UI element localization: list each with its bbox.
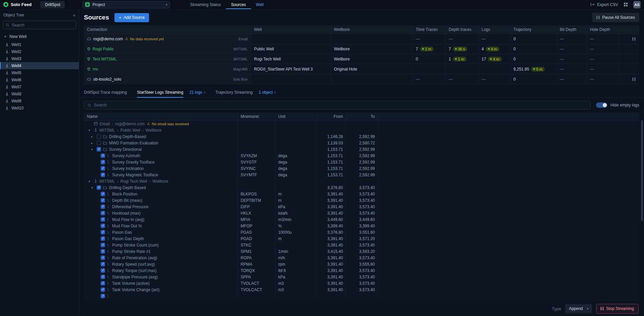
checkbox-checked[interactable] — [101, 217, 105, 222]
nav-sources[interactable]: Sources — [226, 0, 251, 9]
pause-row-icon[interactable] — [633, 37, 635, 41]
pause-all-sources-button[interactable]: Pause All Sources — [592, 13, 639, 22]
checkbox-checked[interactable] — [101, 275, 105, 279]
logs-search[interactable] — [84, 101, 591, 109]
apps-grid-icon[interactable] — [624, 2, 628, 7]
source-row[interactable]: Test WITSMLWITSMLRogi Tech WellWellbore0… — [84, 54, 639, 64]
chevron-right-icon[interactable] — [91, 135, 95, 138]
pause-row-icon[interactable] — [633, 78, 635, 81]
checkbox-unchecked[interactable] — [97, 134, 101, 139]
checkbox-checked[interactable] — [101, 230, 105, 234]
hide-empty-logs-toggle[interactable] — [596, 102, 607, 108]
export-csv-button[interactable]: Export CSV — [590, 2, 618, 7]
checkbox-checked[interactable] — [101, 256, 105, 260]
log-row[interactable]: Rate of Penetration (avg)ROPAm/h3,391.40… — [84, 255, 639, 261]
checkbox-checked[interactable] — [101, 173, 105, 177]
source-row[interactable]: sb-losolo2_soloSolo Box———0—— — [84, 74, 639, 84]
log-row[interactable]: Rotary Torque (surf,max)TORQXlbf.ft3,391… — [84, 267, 639, 274]
chevron-down-icon[interactable] — [91, 186, 95, 189]
logs-scrollbar[interactable] — [641, 120, 643, 221]
log-row[interactable]: Hookload (max)HKLXkdaN3,391.403,573.40 — [84, 210, 639, 216]
checkbox-unchecked[interactable] — [97, 141, 101, 145]
log-row[interactable]: Pason GasPGAS10000u3,376.803,551.60 — [84, 229, 639, 235]
sidebar-item-well9[interactable]: Well9 — [0, 97, 79, 104]
log-row[interactable]: Survey InclinationSVYINCdega1,153.712,59… — [84, 165, 639, 172]
sidebar-item-well10[interactable]: Well10 — [0, 104, 79, 111]
sidebar-item-well3[interactable]: Well3 — [0, 55, 79, 62]
log-folder-row[interactable]: Drilling Depth-Based1,146.282,592.99 — [84, 133, 639, 140]
checkbox-checked[interactable] — [101, 249, 105, 254]
log-row[interactable]: Mud Flow Out %MFOP%3,399.403,399.40 — [84, 223, 639, 229]
checkbox-checked[interactable] — [101, 268, 105, 273]
sidebar-item-well8[interactable]: Well8 — [0, 90, 79, 97]
log-row[interactable]: Tank Volume Change (act)TVOLCACTm33,391.… — [84, 286, 639, 293]
add-source-button[interactable]: + Add Source — [114, 13, 149, 22]
sidebar-item-well6[interactable]: Well6 — [0, 76, 79, 83]
tree-group-row[interactable]: Email›rogi@demo.com⚠No email was receive… — [84, 121, 639, 127]
tab-drillspot-trace-mapping[interactable]: DrillSpot Trace mapping — [84, 87, 127, 97]
log-folder-row[interactable]: Drilling Depth Based3,376.803,573.40 — [84, 184, 639, 191]
log-row[interactable] — [84, 293, 639, 299]
tab-trajectory-streaming[interactable]: Trajectory Streaming — [215, 87, 253, 97]
checkbox-checked[interactable] — [101, 236, 105, 241]
log-folder-row[interactable]: Survey Directional1,153.712,592.99 — [84, 146, 639, 152]
sidebar-item-well1[interactable]: Well1 — [0, 41, 79, 48]
checkbox-checked[interactable] — [97, 185, 101, 190]
tab-count-link-trajectory-streaming[interactable]: 1 object› — [259, 87, 276, 97]
checkbox-checked[interactable] — [101, 262, 105, 266]
append-mode-select[interactable]: Append — [565, 304, 592, 313]
log-row[interactable]: Differential PressureDIFPkPa3,391.403,57… — [84, 204, 639, 210]
source-row[interactable]: rogi@demo.com⚠No data received yetEmail—… — [84, 34, 639, 44]
sidebar-item-well7[interactable]: Well7 — [0, 83, 79, 90]
project-select[interactable]: Project — [82, 1, 170, 8]
checkbox-checked[interactable] — [101, 153, 105, 158]
tab-count-link-starsteer-logs-streaming[interactable]: 21 logs› — [189, 87, 205, 97]
chevron-down-icon[interactable] — [91, 148, 95, 151]
log-row[interactable]: Tank Volume (active)TVOLACTm33,391.403,5… — [84, 280, 639, 286]
stop-streaming-button[interactable]: Stop Streaming — [596, 304, 639, 314]
tree-group-row[interactable]: WITSML›Rogi Tech Well›Wellbore — [84, 178, 639, 184]
log-row[interactable]: Mud Flow In (avg)MFIAm3/min3,449.603,449… — [84, 216, 639, 223]
sidebar-item-well2[interactable]: Well2 — [0, 48, 79, 55]
checkbox-checked[interactable] — [101, 294, 105, 298]
log-row[interactable]: Rotary Speed (surf,avg)RPMArpm3,391.403,… — [84, 261, 639, 267]
source-row[interactable]: Rogii PublicWITSMLPublic WellWellbore71 … — [84, 44, 639, 54]
chevron-down-icon[interactable] — [89, 129, 92, 132]
workspace-tab-drillspot[interactable]: DrillSpot — [40, 1, 65, 8]
checkbox-checked[interactable] — [101, 224, 105, 228]
log-row[interactable]: Block PositionBLKPOSm3,391.403,573.40 — [84, 191, 639, 197]
chevron-right-icon[interactable] — [91, 141, 95, 145]
log-row[interactable]: Depth Bit (meas)DEPTBITMm3,391.403,573.4… — [84, 197, 639, 204]
logs-search-input[interactable] — [94, 103, 587, 107]
checkbox-checked[interactable] — [101, 160, 105, 164]
checkbox-checked[interactable] — [101, 192, 105, 196]
checkbox-checked[interactable] — [97, 147, 101, 151]
log-row[interactable]: Survey Magnetic ToolfaceSVYMTFdega1,153.… — [84, 172, 639, 178]
log-folder-row[interactable]: MWD Formation Evaluation1,139.032,580.72 — [84, 140, 639, 146]
log-row[interactable]: Survey Gravity ToolfaceSVYGTFdega1,153.7… — [84, 159, 639, 165]
log-row[interactable]: Pump Stroke Rate #1SPM11/min3,415.403,56… — [84, 248, 639, 255]
sidebar-search[interactable] — [3, 21, 76, 29]
log-row[interactable]: Survey AzimuthSVYAZMdega1,153.712,592.99 — [84, 152, 639, 159]
checkbox-checked[interactable] — [101, 243, 105, 247]
checkbox-checked[interactable] — [101, 211, 105, 215]
log-row[interactable]: Pason Gas DepthPGADm3,391.403,571.20 — [84, 235, 639, 242]
tab-starsteer-logs-streaming[interactable]: StarSteer Logs Streaming — [137, 87, 183, 97]
chevron-down-icon[interactable] — [89, 180, 92, 183]
sidebar-item-well4[interactable]: Well4 — [0, 62, 79, 69]
sidebar-search-input[interactable] — [12, 23, 73, 28]
log-row[interactable]: Standpipe Pressure (avg)SPPAkPa3,391.403… — [84, 274, 639, 280]
tree-group-row[interactable]: WITSML›Public Well›Wellbore — [84, 127, 639, 133]
checkbox-checked[interactable] — [101, 281, 105, 285]
checkbox-checked[interactable] — [101, 198, 105, 202]
log-row[interactable]: Pump Stroke Count (cum)STKC3,391.403,573… — [84, 242, 639, 248]
new-well-button[interactable]: + New Well — [0, 32, 79, 41]
source-row[interactable]: mvMagVARROGII_StarSteer API Test Well 3O… — [84, 64, 639, 74]
checkbox-checked[interactable] — [101, 166, 105, 171]
nav-well[interactable]: Well — [251, 0, 269, 9]
checkbox-checked[interactable] — [101, 205, 105, 209]
nav-streaming-status[interactable]: Streaming Status — [185, 0, 226, 9]
checkbox-checked[interactable] — [101, 287, 105, 292]
collapse-sidebar-icon[interactable]: « — [73, 12, 76, 18]
sidebar-item-well5[interactable]: Well5 — [0, 69, 79, 76]
